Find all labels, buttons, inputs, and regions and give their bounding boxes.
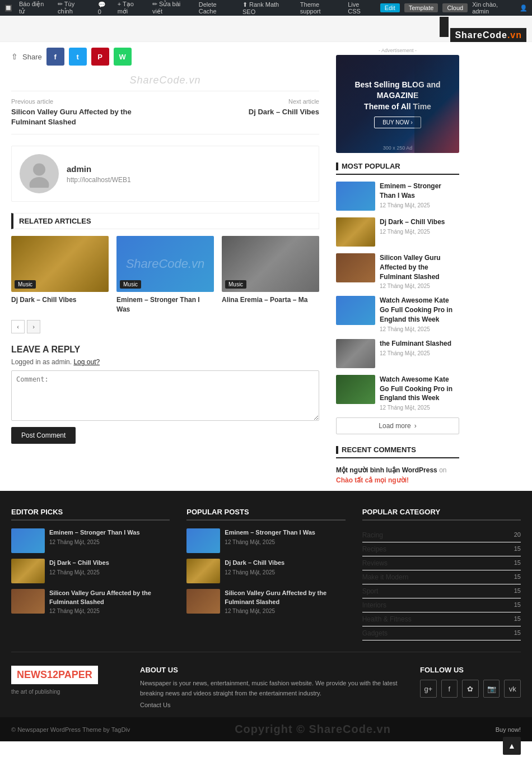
new-post-item[interactable]: + Tạo mới [118, 1, 146, 15]
popular-date-2: 12 Tháng Một, 2025 [380, 229, 445, 235]
popular-post-info-3: Silicon Valley Guru Affected by the Fulm… [225, 589, 345, 614]
popular-post-2[interactable]: Dj Dark – Chill Vibes 12 Tháng Một, 2025 [186, 559, 345, 583]
popular-item-6[interactable]: Watch Awesome Kate Go Full Cooking Pro i… [336, 375, 459, 411]
comments-item[interactable]: 💬 0 [98, 1, 111, 15]
cat-item-racing[interactable]: Racing 20 [362, 528, 521, 542]
popular-post-1[interactable]: Eminem – Stronger Than I Was 12 Tháng Mộ… [186, 528, 345, 553]
wp-logo-item[interactable]: 🔲 [4, 4, 12, 12]
related-articles-grid: Music Dj Dark – Chill Vibes Music ShareC… [11, 236, 319, 314]
footer-follow-col: FOLLOW US g+ f ✿ 📷 vk [420, 666, 521, 708]
logo-text3: PAPER [58, 669, 92, 680]
music-badge-3: Music [225, 280, 246, 289]
popular-post-date-1: 12 Tháng Một, 2025 [225, 539, 315, 545]
twitter-share-btn[interactable]: t [69, 48, 87, 66]
related-item-3[interactable]: Music Alina Eremia – Poarta – Ma [222, 236, 319, 314]
cat-item-interiors[interactable]: Interiors 15 [362, 598, 521, 612]
popular-post-title-3: Silicon Valley Guru Affected by the Fulm… [225, 589, 345, 606]
cat-count-reviews: 15 [514, 559, 521, 567]
popular-date-5: 12 Tháng Một, 2025 [380, 350, 451, 356]
ad-banner[interactable]: Best Selling BLOG and MAGAZINE Theme of … [336, 55, 459, 153]
popular-post-img-2 [186, 559, 220, 583]
cat-item-sport[interactable]: Sport 15 [362, 584, 521, 598]
footer-follow-title: FOLLOW US [420, 666, 521, 674]
theme-support-item[interactable]: Theme support [300, 1, 341, 15]
comment-author-link[interactable]: Một người bình luận WordPress [336, 466, 437, 474]
related-articles-title: RELATED ARTICLES [11, 213, 319, 229]
edit-btn[interactable]: Edit [380, 3, 400, 12]
popular-posts-title: POPULAR POSTS [186, 508, 345, 521]
editor-pick-3[interactable]: Silicon Valley Guru Affected by the Fulm… [11, 589, 170, 614]
comment-textarea[interactable] [11, 370, 319, 421]
next-article[interactable]: Next article Dj Dark – Chill Vibes [249, 98, 319, 127]
popular-item-4[interactable]: Watch Awesome Kate Go Full Cooking Pro i… [336, 296, 459, 332]
buy-now-link[interactable]: Buy now! [496, 726, 521, 733]
editor-pick-1[interactable]: Eminem – Stronger Than I Was 12 Tháng Mộ… [11, 528, 170, 553]
editor-pick-info-2: Dj Dark – Chill Vibes 12 Tháng Một, 2025 [49, 559, 109, 583]
facebook-icon[interactable]: f [441, 680, 458, 698]
editor-pick-img-3 [11, 589, 45, 614]
flickr-icon[interactable]: ✿ [462, 680, 479, 698]
log-out-link[interactable]: Log out? [73, 358, 100, 366]
popular-info-3: Silicon Valley Guru Affected by the Fulm… [380, 253, 459, 289]
cat-count-gadgets: 15 [514, 629, 521, 637]
facebook-share-btn[interactable]: f [46, 48, 64, 66]
comment-on-label: on [439, 466, 446, 474]
footer-contact[interactable]: Contact Us [140, 702, 403, 708]
rank-math-item[interactable]: ⬆ Rank Math SEO [242, 1, 293, 15]
google-plus-icon[interactable]: g+ [420, 680, 437, 698]
popular-item-1[interactable]: Eminem – Stronger Than I Was 12 Tháng Mộ… [336, 182, 459, 211]
editor-pick-title-1: Eminem – Stronger Than I Was [49, 528, 140, 537]
sidebar: - Advertisement - Best Selling BLOG and … [330, 42, 465, 491]
cat-count-recipes: 15 [514, 545, 521, 553]
editor-pick-info-3: Silicon Valley Guru Affected by the Fulm… [49, 589, 170, 614]
load-more-btn[interactable]: Load more › [336, 417, 459, 434]
prev-label: Previous article [11, 98, 159, 105]
popular-category-title: POPULAR CATEGORY [362, 508, 521, 521]
related-item-2[interactable]: Music ShareCode.vn Eminem – Stronger Tha… [116, 236, 214, 314]
popular-item-3[interactable]: Silicon Valley Guru Affected by the Fulm… [336, 253, 459, 289]
cat-item-modern[interactable]: Make it Modern 15 [362, 570, 521, 584]
cat-name-racing: Racing [362, 531, 383, 539]
logged-in-label: Logged in as admin. [11, 358, 72, 366]
instagram-icon[interactable]: 📷 [483, 680, 500, 698]
template-btn[interactable]: Template [404, 3, 438, 12]
site-name-item[interactable]: Báo điện tử [19, 1, 51, 15]
popular-title-3: Silicon Valley Guru Affected by the Fulm… [380, 253, 459, 281]
related-next-btn[interactable]: › [27, 320, 40, 333]
delete-cache-item[interactable]: Delete Cache [199, 1, 236, 15]
cat-item-health[interactable]: Health & Fitness 15 [362, 612, 521, 626]
cat-item-reviews[interactable]: Reviews 15 [362, 556, 521, 570]
editor-picks-title: EDITOR PICKS [11, 508, 170, 521]
live-css-item[interactable]: Live CSS [348, 1, 374, 15]
whatsapp-share-btn[interactable]: W [114, 48, 132, 66]
copyright-bar: © Newspaper WordPress Theme by TagDiv Co… [0, 717, 532, 741]
music-badge-2: Music [120, 280, 141, 289]
popular-info-4: Watch Awesome Kate Go Full Cooking Pro i… [380, 296, 459, 332]
vk-icon[interactable]: vk [504, 680, 521, 698]
cat-item-gadgets[interactable]: Gadgets 15 [362, 626, 521, 640]
pinterest-share-btn[interactable]: P [91, 48, 109, 66]
related-item-1[interactable]: Music Dj Dark – Chill Vibes [11, 236, 109, 314]
popular-img-6 [336, 375, 375, 404]
page-wrapper: ⇧ Share f t P W ShareCode.vn Previous ar… [0, 42, 532, 491]
popular-info-6: Watch Awesome Kate Go Full Cooking Pro i… [380, 375, 459, 411]
cloud-btn[interactable]: Cloud [442, 3, 468, 12]
prev-article[interactable]: Previous article Silicon Valley Guru Aff… [11, 98, 159, 127]
comment-article-link[interactable]: Chào tất cả mọi người! [336, 476, 409, 484]
related-prev-btn[interactable]: ‹ [11, 320, 25, 333]
comment-item-1: Một người bình luận WordPress on Chào tấ… [336, 465, 459, 485]
social-icons: g+ f ✿ 📷 vk [420, 680, 521, 698]
editor-pick-2[interactable]: Dj Dark – Chill Vibes 12 Tháng Một, 2025 [11, 559, 170, 583]
logo-text2: 12 [47, 669, 58, 680]
popular-item-2[interactable]: Dj Dark – Chill Vibes 12 Tháng Một, 2025 [336, 217, 459, 247]
edit-post-item[interactable]: ✏ Sửa bài viết [152, 1, 192, 15]
cat-item-recipes[interactable]: Recipes 15 [362, 542, 521, 556]
popular-post-3[interactable]: Silicon Valley Guru Affected by the Fulm… [186, 589, 345, 614]
customize-item[interactable]: ✏ Tùy chỉnh [58, 1, 91, 15]
post-comment-btn[interactable]: Post Comment [11, 427, 76, 444]
editor-pick-info-1: Eminem – Stronger Than I Was 12 Tháng Mộ… [49, 528, 140, 553]
most-popular-title: MOST POPULAR [336, 162, 459, 175]
scroll-top-btn[interactable]: ▲ [503, 737, 521, 741]
popular-item-5[interactable]: the Fulminant Slashed 12 Tháng Một, 2025 [336, 339, 459, 368]
author-name: admin [67, 164, 131, 174]
